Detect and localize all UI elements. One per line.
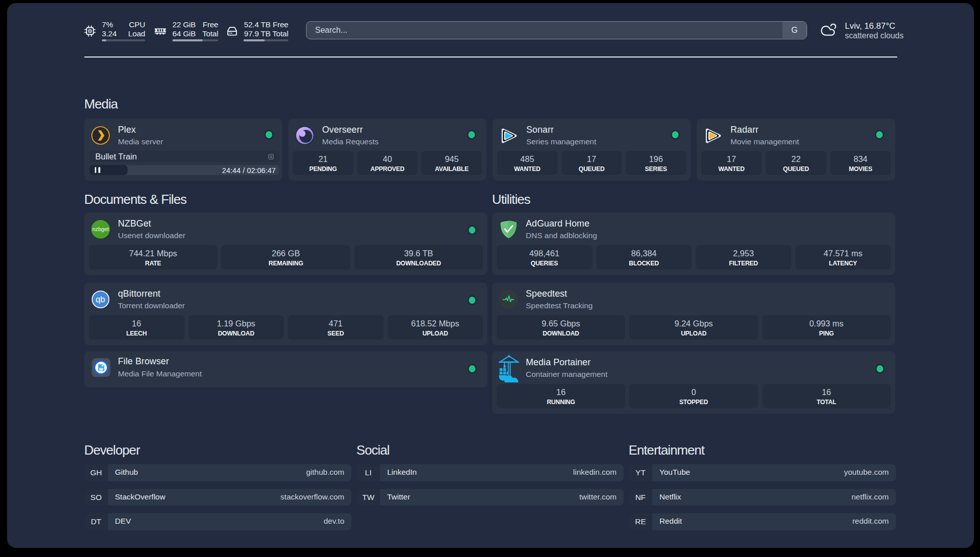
svg-text:nzbget: nzbget <box>92 226 109 232</box>
svg-text:qb: qb <box>96 295 105 304</box>
